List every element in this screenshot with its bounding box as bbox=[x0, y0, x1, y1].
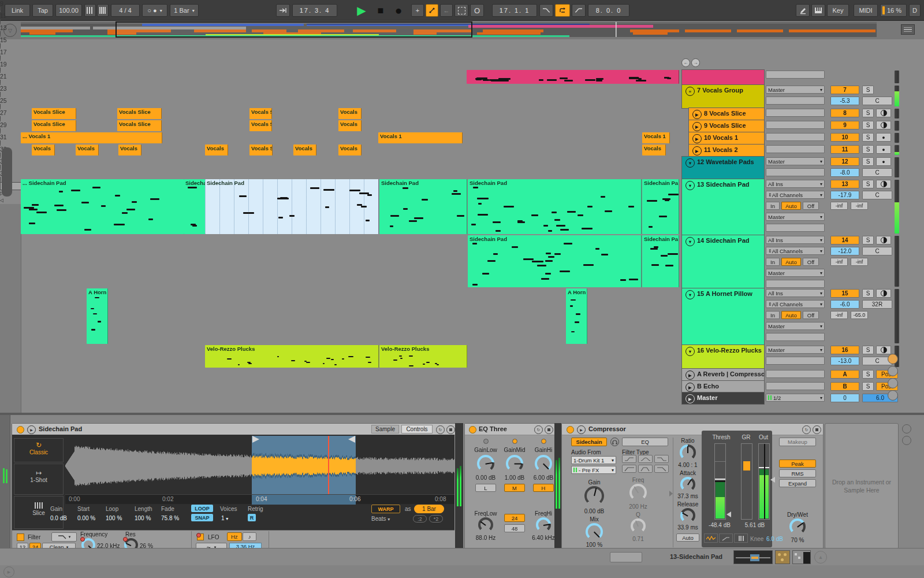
solo-button[interactable]: S bbox=[862, 289, 874, 298]
mixer-section-toggle-sends[interactable] bbox=[888, 366, 898, 376]
io-selector[interactable]: Master▾ bbox=[766, 213, 825, 221]
tab-sample[interactable]: Sample bbox=[371, 425, 399, 433]
slope-24-button[interactable]: 24 bbox=[504, 514, 525, 522]
clip[interactable]: Vocals S bbox=[249, 120, 272, 131]
threshold-meter[interactable] bbox=[714, 443, 726, 520]
clip[interactable]: Vocals bbox=[118, 144, 141, 155]
slope-48-button[interactable]: 48 bbox=[504, 524, 525, 532]
eq-gain-knob[interactable] bbox=[477, 455, 494, 472]
sidechain-source-selector[interactable]: 1-Drum Kit 1▾ bbox=[571, 456, 616, 464]
device-on-toggle[interactable] bbox=[17, 426, 24, 433]
solo-button[interactable]: S bbox=[862, 145, 874, 154]
clip[interactable]: Sidechain Pa bbox=[642, 179, 679, 234]
track-name[interactable]: 15 A Hornet Pillow bbox=[697, 290, 752, 297]
volume-value[interactable]: -6.0 bbox=[830, 300, 859, 309]
volume-value[interactable]: -8.0 bbox=[830, 168, 859, 177]
pan-value[interactable]: C bbox=[862, 97, 892, 105]
send-value[interactable]: -inf bbox=[851, 202, 868, 210]
monitor-off-button[interactable]: Off bbox=[803, 258, 819, 266]
send-value[interactable]: -inf bbox=[830, 258, 848, 266]
clip[interactable]: ... Sidechain Pad bbox=[21, 179, 184, 234]
hot-swap-icon[interactable]: ↻ bbox=[802, 425, 811, 434]
sample-loop-region[interactable] bbox=[252, 495, 356, 505]
clip[interactable]: Sidechain Pa bbox=[642, 235, 679, 287]
monitor-off-button[interactable]: Off bbox=[803, 202, 819, 210]
clip[interactable]: Vocals bbox=[293, 144, 316, 155]
band-led[interactable] bbox=[483, 439, 489, 444]
filter-shape-button-3[interactable] bbox=[654, 455, 669, 463]
clip[interactable]: Sidechain Pad bbox=[468, 179, 642, 234]
eq-gain-value[interactable]: 1.00 dB bbox=[501, 475, 528, 481]
bar-ruler-label[interactable]: 17 bbox=[0, 49, 924, 55]
band-kill-button[interactable]: L bbox=[475, 484, 496, 492]
solo-button[interactable]: S bbox=[862, 109, 874, 117]
bar-ruler-label[interactable]: 15 bbox=[0, 36, 924, 43]
return-track-name[interactable]: B Echo bbox=[697, 383, 719, 390]
return-track-name[interactable]: A Reverb | Compressor bbox=[697, 370, 765, 377]
track-header[interactable]: ▶8 Vocals Slice bbox=[688, 108, 765, 121]
drop-zone[interactable]: Drop an Instrument or Sample Here bbox=[825, 423, 899, 549]
track-name[interactable]: 14 Sidechain Pad bbox=[697, 237, 749, 244]
arm-button[interactable]: ● bbox=[876, 145, 891, 154]
unfold-play-icon[interactable]: ▶ bbox=[692, 134, 702, 143]
pan-value[interactable]: C bbox=[862, 247, 892, 255]
set-forward-button[interactable]: → bbox=[691, 58, 700, 67]
freqhi-value[interactable]: 6.40 kHz bbox=[530, 535, 557, 541]
sidechain-mix-knob[interactable] bbox=[586, 523, 603, 540]
io-selector[interactable]: All Ins▾ bbox=[766, 180, 825, 188]
volume-value[interactable]: -13.0 bbox=[830, 357, 859, 365]
sidechain-tap-selector[interactable]: - Pre FX▾ bbox=[571, 466, 616, 474]
io-selector[interactable]: ⇕ All Channels▾ bbox=[766, 300, 825, 308]
track-number[interactable]: 10 bbox=[830, 133, 859, 142]
clip[interactable]: Sidecha bbox=[184, 179, 206, 234]
loop-toggle[interactable]: LOOP bbox=[191, 505, 213, 512]
clip[interactable]: Vocals bbox=[32, 144, 55, 155]
track-name[interactable]: 13 Sidechain Pad bbox=[697, 181, 749, 188]
arm-button[interactable] bbox=[876, 289, 891, 298]
clip[interactable]: Vocals Slice bbox=[32, 108, 76, 119]
band-led[interactable] bbox=[541, 439, 546, 444]
clip[interactable]: Vocals bbox=[642, 144, 666, 155]
track-header[interactable]: ▼13 Sidechain Pad bbox=[681, 179, 765, 236]
arm-button[interactable] bbox=[876, 109, 891, 117]
output-value[interactable]: 5.61 dB bbox=[739, 522, 771, 528]
device-on-toggle[interactable] bbox=[567, 426, 574, 433]
display-mode-activity[interactable] bbox=[704, 533, 718, 543]
io-selector[interactable]: All Ins▾ bbox=[766, 289, 825, 297]
lfo-hz-button[interactable]: Hz bbox=[227, 532, 242, 541]
release-knob[interactable] bbox=[680, 508, 695, 523]
volume-value[interactable]: -12.0 bbox=[830, 247, 859, 255]
clip[interactable]: Vocals Slice bbox=[117, 120, 162, 131]
track-name[interactable]: 16 Velo-Rezzo Plucks bbox=[697, 347, 762, 354]
return-number[interactable]: B bbox=[830, 382, 859, 391]
monitor-in-button[interactable]: In bbox=[766, 311, 780, 319]
simpler-preview-button[interactable]: ▶ bbox=[27, 425, 36, 434]
unfold-play-icon[interactable]: ▶ bbox=[685, 383, 695, 392]
comp-listen-button[interactable]: ▶ bbox=[577, 425, 586, 434]
track-name[interactable]: 12 Wavetable Pads bbox=[697, 158, 754, 165]
return-number[interactable]: A bbox=[830, 370, 859, 379]
gain-reduction-meter[interactable] bbox=[741, 443, 752, 520]
expand-mode-button[interactable]: Expand bbox=[779, 479, 816, 487]
track-number[interactable]: 7 bbox=[830, 86, 859, 94]
tab-controls[interactable]: Controls bbox=[401, 425, 433, 433]
clip[interactable]: Vocals bbox=[338, 144, 362, 155]
bar-ruler-label[interactable]: 19 bbox=[0, 61, 924, 68]
clip[interactable] bbox=[467, 70, 679, 84]
clip[interactable]: Vocals S bbox=[249, 144, 273, 155]
device-on-toggle[interactable] bbox=[469, 426, 476, 433]
io-selector[interactable]: Master▾ bbox=[766, 346, 825, 354]
pan-value[interactable]: 32R bbox=[862, 300, 892, 309]
send-value[interactable]: -inf bbox=[830, 202, 848, 210]
io-selector[interactable]: Master▾ bbox=[766, 157, 825, 165]
track-name[interactable]: 11 Vocals 2 bbox=[704, 146, 738, 153]
hot-swap-icon[interactable]: ↻ bbox=[436, 425, 445, 434]
freq-value[interactable]: 200 Hz bbox=[622, 503, 654, 510]
band-kill-button[interactable]: M bbox=[504, 484, 525, 492]
freqhi-knob[interactable] bbox=[536, 517, 551, 532]
lfo-toggle[interactable] bbox=[197, 533, 204, 540]
sample-ruler[interactable]: 0:00 0:02 0:04 0:06 0:08 bbox=[65, 494, 454, 504]
voices-value[interactable]: 1 ▾ bbox=[221, 515, 228, 521]
filter-toggle[interactable] bbox=[17, 533, 24, 541]
waveform-canvas[interactable] bbox=[65, 435, 454, 494]
